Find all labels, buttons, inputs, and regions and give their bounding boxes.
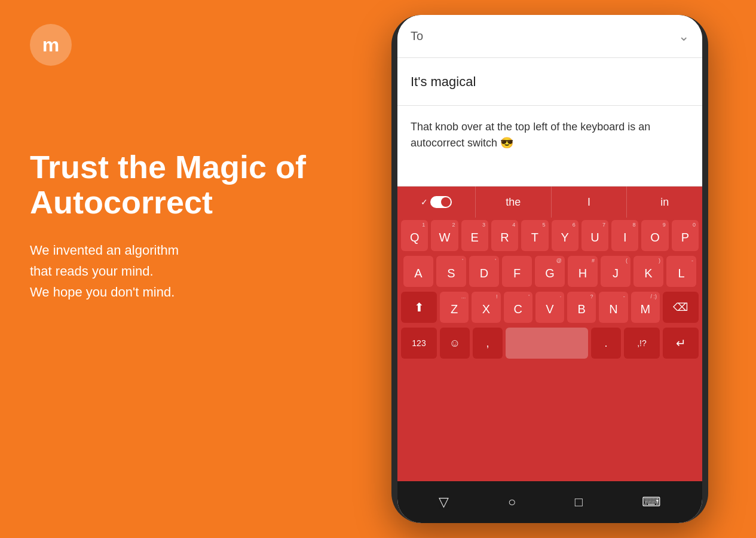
autocorrect-toggle[interactable]: ✓ <box>397 196 475 208</box>
checkmark-icon: ✓ <box>421 197 428 207</box>
key-comma[interactable]: , <box>473 328 503 359</box>
key-space[interactable] <box>506 328 588 359</box>
key-shift[interactable]: ⬆ <box>401 292 437 323</box>
key-excl[interactable]: ,!? <box>624 328 660 359</box>
key-y[interactable]: 6Y <box>552 220 579 251</box>
key-o[interactable]: 9O <box>641 220 668 251</box>
key-q[interactable]: 1Q <box>401 220 428 251</box>
key-g[interactable]: @G <box>535 256 565 287</box>
key-e[interactable]: 3E <box>461 220 488 251</box>
subtext: We invented an algorithm that reads your… <box>30 240 323 303</box>
android-nav-bar: ▽ ○ □ ⌨ <box>397 481 702 523</box>
left-panel: m Trust the Magic of Autocorrect We inve… <box>0 0 353 538</box>
key-v[interactable]: ·V <box>535 292 564 323</box>
key-f[interactable]: F <box>502 256 532 287</box>
key-period[interactable]: . <box>591 328 621 359</box>
email-subject-row[interactable]: It's magical <box>397 58 702 106</box>
logo-circle: m <box>30 24 72 66</box>
key-d[interactable]: 'D <box>469 256 499 287</box>
toggle-knob <box>441 197 451 207</box>
email-to-row[interactable]: To ⌄ <box>397 15 702 58</box>
key-u[interactable]: 7U <box>581 220 608 251</box>
enter-icon: ↵ <box>676 336 686 350</box>
toggle-pill <box>430 196 452 208</box>
key-j[interactable]: (J <box>601 256 630 287</box>
key-p[interactable]: 0P <box>672 220 699 251</box>
nav-keyboard-icon[interactable]: ⌨ <box>642 494 661 510</box>
nav-recents-icon[interactable]: □ <box>575 494 583 510</box>
email-subject-text: It's magical <box>411 74 476 90</box>
key-m[interactable]: / :)M <box>631 292 660 323</box>
keyboard-row-3: ⬆ ...Z !X 'C ·V ?B -N / :)M ⌫ <box>397 289 702 325</box>
suggestion-in[interactable]: in <box>626 187 702 218</box>
key-t[interactable]: 5T <box>521 220 548 251</box>
key-z[interactable]: ...Z <box>440 292 469 323</box>
logo-letter: m <box>42 34 59 56</box>
key-delete[interactable]: ⌫ <box>663 292 699 323</box>
email-to-label: To <box>411 29 423 43</box>
headline: Trust the Magic of Autocorrect <box>30 149 323 221</box>
email-body-text: That knob over at the top left of the ke… <box>411 121 650 149</box>
key-s[interactable]: 'S <box>436 256 466 287</box>
keyboard-row-2: A 'S 'D F @G #H (J )K -L <box>397 253 702 289</box>
key-k[interactable]: )K <box>633 256 663 287</box>
suggestions-bar: ✓ the I in <box>397 187 702 218</box>
keyboard-area: 1Q 2W 3E 4R 5T 6Y 7U 8I 9O 0P A 'S <box>397 218 702 481</box>
key-r[interactable]: 4R <box>491 220 518 251</box>
suggestion-the[interactable]: the <box>475 187 551 218</box>
suggestion-i[interactable]: I <box>551 187 627 218</box>
key-l[interactable]: -L <box>666 256 696 287</box>
nav-home-icon[interactable]: ○ <box>508 494 516 510</box>
key-c[interactable]: 'C <box>504 292 532 323</box>
keyboard-row-1: 1Q 2W 3E 4R 5T 6Y 7U 8I 9O 0P <box>397 218 702 253</box>
phone-screen: To ⌄ It's magical That knob over at the … <box>397 15 702 523</box>
key-w[interactable]: 2W <box>431 220 458 251</box>
phone-mockup: To ⌄ It's magical That knob over at the … <box>391 15 708 523</box>
key-n[interactable]: -N <box>599 292 628 323</box>
subtext-line1: We invented an algorithm <box>30 243 179 258</box>
nav-back-icon[interactable]: ▽ <box>439 494 449 510</box>
key-emoji[interactable]: ☺ <box>440 328 470 359</box>
key-enter[interactable]: ↵ <box>663 328 699 359</box>
chevron-down-icon: ⌄ <box>678 29 689 44</box>
subtext-line2: that reads your mind. <box>30 264 154 279</box>
keyboard-bottom-row: 123 ☺ , . ,!? <box>397 325 702 361</box>
key-h[interactable]: #H <box>568 256 598 287</box>
key-x[interactable]: !X <box>472 292 500 323</box>
emoji-icon: ☺ <box>449 337 460 350</box>
key-i[interactable]: 8I <box>611 220 638 251</box>
key-a[interactable]: A <box>403 256 433 287</box>
email-body-row[interactable]: That knob over at the top left of the ke… <box>397 106 702 187</box>
key-123[interactable]: 123 <box>401 328 437 359</box>
right-panel: To ⌄ It's magical That knob over at the … <box>374 6 726 532</box>
subtext-line3: We hope you don't mind. <box>30 285 175 299</box>
key-b[interactable]: ?B <box>567 292 596 323</box>
